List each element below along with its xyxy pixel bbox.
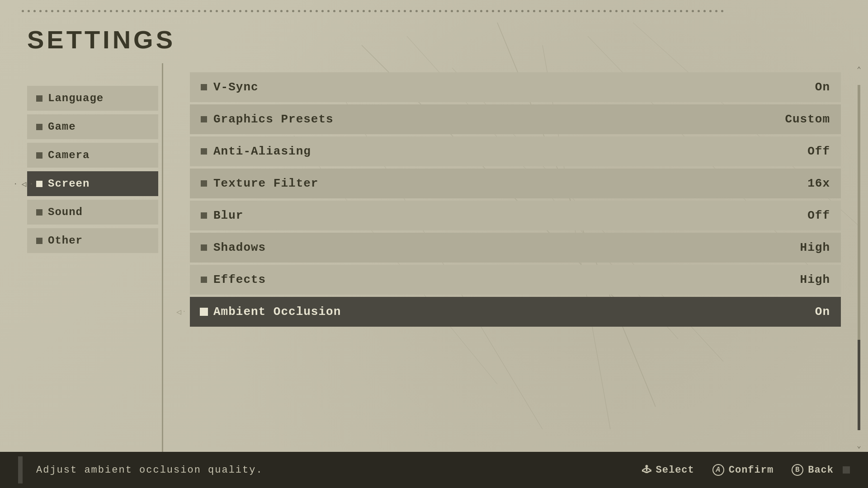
settings-list: V-Sync On Graphics Presets Custom Anti-A… [172, 63, 868, 452]
setting-value-shadows: High [800, 241, 830, 254]
bottom-left-accent [18, 456, 23, 483]
setting-left-blur: Blur [201, 209, 243, 222]
sidebar-item-language[interactable]: Language [27, 86, 158, 111]
setting-icon-anti-aliasing [201, 148, 207, 155]
bottom-right-corner [843, 466, 850, 474]
setting-row-effects[interactable]: Effects High [190, 265, 841, 295]
nav-label-camera: Camera [48, 149, 90, 161]
nav-icon-game [36, 124, 42, 130]
setting-icon-effects [201, 277, 207, 283]
nav-icon-language [36, 95, 42, 102]
setting-row-vsync[interactable]: V-Sync On [190, 72, 841, 102]
sidebar: Language Game Camera · ◁ · Screen Sound … [0, 63, 172, 452]
setting-icon-ambient-occlusion [201, 309, 207, 315]
main-content: Language Game Camera · ◁ · Screen Sound … [0, 63, 868, 452]
sidebar-item-game[interactable]: Game [27, 114, 158, 139]
confirm-icon: A [712, 464, 724, 476]
controls-area: 🕹 Select A Confirm B Back [642, 464, 834, 476]
scrollbar-track[interactable] [858, 85, 860, 430]
select-label: Select [656, 465, 694, 476]
setting-label-anti-aliasing: Anti-Aliasing [213, 145, 311, 158]
setting-label-vsync: V-Sync [213, 80, 259, 94]
setting-value-vsync: On [815, 80, 830, 94]
setting-left-effects: Effects [201, 273, 266, 286]
select-icon: 🕹 [642, 465, 651, 475]
scrollbar-area: ⌃ ⌄ [854, 63, 863, 452]
back-label: Back [808, 465, 834, 476]
nav-label-other: Other [48, 235, 83, 247]
nav-label-language: Language [48, 92, 104, 104]
sidebar-item-screen[interactable]: · ◁ · Screen [27, 171, 158, 196]
scroll-arrow-up[interactable]: ⌃ [855, 63, 863, 76]
setting-label-texture-filter: Texture Filter [213, 177, 318, 190]
setting-label-ambient-occlusion: Ambient Occlusion [213, 305, 341, 319]
setting-icon-blur [201, 212, 207, 219]
setting-label-shadows: Shadows [213, 241, 266, 254]
settings-area: V-Sync On Graphics Presets Custom Anti-A… [172, 63, 868, 452]
setting-value-ambient-occlusion: On [815, 305, 830, 319]
nav-icon-camera [36, 152, 42, 159]
control-confirm[interactable]: A Confirm [712, 464, 774, 476]
nav-label-sound: Sound [48, 206, 83, 218]
row-dots: · [183, 309, 186, 315]
hint-text: Adjust ambient occlusion quality. [36, 465, 642, 476]
setting-value-blur: Off [807, 209, 830, 222]
nav-icon-screen [36, 181, 42, 187]
back-icon: B [792, 464, 803, 476]
setting-value-graphics-presets: Custom [785, 113, 830, 126]
setting-left-vsync: V-Sync [201, 80, 259, 94]
setting-row-texture-filter[interactable]: Texture Filter 16x [190, 169, 841, 198]
setting-icon-vsync [201, 84, 207, 90]
setting-icon-graphics-presets [201, 116, 207, 122]
setting-row-ambient-occlusion[interactable]: ◁ · Ambient Occlusion On [190, 297, 841, 327]
row-arrow-icon: ◁ [176, 307, 181, 317]
sidebar-item-sound[interactable]: Sound [27, 200, 158, 225]
setting-left-anti-aliasing: Anti-Aliasing [201, 145, 311, 158]
setting-icon-texture-filter [201, 180, 207, 187]
setting-left-ambient-occlusion: Ambient Occlusion [201, 305, 341, 319]
control-select[interactable]: 🕹 Select [642, 465, 694, 476]
sidebar-item-camera[interactable]: Camera [27, 143, 158, 168]
nav-icon-sound [36, 209, 42, 216]
setting-value-texture-filter: 16x [807, 177, 830, 190]
setting-value-anti-aliasing: Off [807, 145, 830, 158]
scroll-arrow-down[interactable]: ⌄ [855, 439, 863, 452]
dot-border-top [0, 8, 868, 14]
sidebar-item-other[interactable]: Other [27, 228, 158, 253]
sidebar-arrow: · ◁ · [14, 179, 34, 189]
setting-label-graphics-presets: Graphics Presets [213, 113, 334, 126]
control-back[interactable]: B Back [792, 464, 834, 476]
setting-label-blur: Blur [213, 209, 243, 222]
setting-row-graphics-presets[interactable]: Graphics Presets Custom [190, 104, 841, 134]
confirm-label: Confirm [729, 465, 774, 476]
setting-row-blur[interactable]: Blur Off [190, 201, 841, 230]
setting-label-effects: Effects [213, 273, 266, 286]
setting-value-effects: High [800, 273, 830, 286]
setting-row-anti-aliasing[interactable]: Anti-Aliasing Off [190, 136, 841, 166]
page-title: SETTINGS [27, 25, 175, 54]
setting-left-texture-filter: Texture Filter [201, 177, 318, 190]
setting-row-shadows[interactable]: Shadows High [190, 233, 841, 263]
setting-left-graphics-presets: Graphics Presets [201, 113, 334, 126]
scrollbar-thumb[interactable] [858, 340, 860, 430]
nav-label-screen: Screen [48, 178, 90, 190]
nav-icon-other [36, 238, 42, 244]
bottom-bar: Adjust ambient occlusion quality. 🕹 Sele… [0, 452, 868, 488]
nav-label-game: Game [48, 121, 76, 133]
setting-icon-shadows [201, 244, 207, 251]
setting-left-shadows: Shadows [201, 241, 266, 254]
